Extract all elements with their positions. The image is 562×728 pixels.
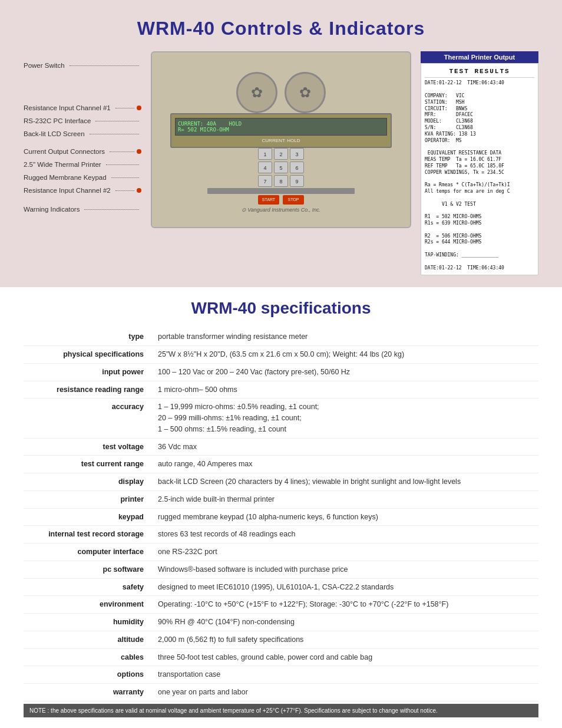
thermal-printer-label: Thermal Printer Output	[421, 51, 538, 63]
specs-label: humidity	[24, 614, 153, 631]
label-resistance-ch2: Resistance Input Channel #2	[24, 187, 141, 194]
specs-row: accuracy1 – 19,999 micro-ohms: ±0.5% rea…	[24, 398, 538, 438]
specs-label: resistance reading range	[24, 381, 153, 398]
specs-label: options	[24, 666, 153, 684]
specs-value: auto range, 40 Amperes max	[153, 456, 538, 473]
middle-panel: CURRENT: 40A HOLDR= 502 MICRO-OHM CURREN…	[170, 113, 392, 148]
specs-value: Operating: -10°C to +50°C (+15°F to +122…	[153, 596, 538, 614]
label-thermal-printer: 2.5" Wide Thermal Printer	[24, 161, 141, 168]
specs-row: safetydesigned to meet IEC61010 (1995), …	[24, 578, 538, 596]
dots	[95, 121, 139, 121]
key-3[interactable]: 3	[290, 148, 304, 160]
specs-value: back-lit LCD Screen (20 characters by 4 …	[153, 473, 538, 491]
page-title: WRM-40 Controls & Indicators	[24, 18, 538, 39]
label-text: Current Output Connectors	[24, 148, 105, 155]
key-2[interactable]: 2	[274, 148, 288, 160]
key-5[interactable]: 5	[274, 162, 288, 173]
specs-title-suffix: specifications	[256, 299, 371, 317]
specs-row: input power100 – 120 Vac or 200 – 240 Va…	[24, 363, 538, 381]
specs-label: cables	[24, 648, 153, 666]
keypad-grid: 1 2 3 4 5 6 7 8 9	[258, 148, 304, 187]
specs-row: internal test record storagestores 63 te…	[24, 526, 538, 543]
key-8[interactable]: 8	[274, 175, 288, 187]
controls-area: Power Switch Resistance Input Channel #1…	[24, 51, 538, 275]
specs-label: pc software	[24, 561, 153, 578]
specs-table: typeportable transformer winding resista…	[24, 328, 538, 701]
specs-label: physical specifications	[24, 346, 153, 364]
specs-row: test voltage36 Vdc max	[24, 438, 538, 456]
btn-start[interactable]: START	[258, 195, 279, 205]
specs-label: keypad	[24, 508, 153, 526]
specs-label: altitude	[24, 631, 153, 648]
fan-1: ✿	[236, 72, 277, 113]
specs-label: internal test record storage	[24, 526, 153, 543]
specs-value: 25"W x 8½"H x 20"D, (63.5 cm x 21.6 cm x…	[153, 346, 538, 364]
function-buttons: START STOP	[258, 195, 304, 205]
label-text: Rugged Membrane Keypad	[24, 174, 107, 181]
btn-stop[interactable]: STOP	[283, 195, 304, 205]
label-text: Power Switch	[24, 62, 65, 69]
dots	[110, 151, 134, 152]
dots	[106, 164, 139, 165]
dots	[115, 108, 134, 108]
dots	[84, 209, 139, 210]
specs-value: three 50-foot test cables, ground cable,…	[153, 648, 538, 666]
specs-value: 90% RH @ 40°C (104°F) non-condensing	[153, 614, 538, 631]
key-4[interactable]: 4	[258, 162, 272, 173]
specs-label: input power	[24, 363, 153, 381]
specs-row: altitude2,000 m (6,562 ft) to full safet…	[24, 631, 538, 648]
label-warning: Warning Indicators	[24, 206, 141, 213]
label-backlit-lcd: Back-lit LCD Screen	[24, 130, 141, 137]
specs-row: displayback-lit LCD Screen (20 character…	[24, 473, 538, 491]
specs-title-bold: WRM-40	[191, 299, 256, 317]
specs-row: test current rangeauto range, 40 Amperes…	[24, 456, 538, 473]
red-indicator	[137, 149, 141, 154]
specs-value: designed to meet IEC61010 (1995), UL6101…	[153, 578, 538, 596]
printer-slot	[207, 188, 355, 194]
label-text: Back-lit LCD Screen	[24, 130, 85, 137]
specs-label: computer interface	[24, 543, 153, 561]
specs-value: stores 63 test records of 48 readings ea…	[153, 526, 538, 543]
specs-label: test voltage	[24, 438, 153, 456]
label-text: RS-232C PC Interface	[24, 117, 91, 124]
specs-value: rugged membrane keypad (10 alpha-numeric…	[153, 508, 538, 526]
specs-label: test current range	[24, 456, 153, 473]
key-1[interactable]: 1	[258, 148, 272, 160]
specs-section: WRM-40 specifications typeportable trans…	[0, 287, 562, 728]
key-6[interactable]: 6	[290, 162, 304, 173]
specs-row: environmentOperating: -10°C to +50°C (+1…	[24, 596, 538, 614]
device-image: ✿ ✿ CURRENT: 40A HOLDR= 502 MICRO-OHM CU…	[151, 51, 411, 228]
red-indicator	[137, 106, 141, 110]
specs-row: computer interfaceone RS-232C port	[24, 543, 538, 561]
label-text: 2.5" Wide Thermal Printer	[24, 161, 101, 168]
dots	[115, 190, 134, 191]
key-9[interactable]: 9	[290, 175, 304, 187]
thermal-printer-box: Thermal Printer Output TEST RESULTS DATE…	[421, 51, 538, 275]
thermal-results-title: TEST RESULTS	[425, 67, 534, 78]
label-text: Resistance Input Channel #2	[24, 187, 111, 194]
label-rs232c: RS-232C PC Interface	[24, 117, 141, 124]
specs-row: keypadrugged membrane keypad (10 alpha-n…	[24, 508, 538, 526]
specs-title: WRM-40 specifications	[24, 299, 538, 318]
specs-label: accuracy	[24, 398, 153, 438]
specs-row: cablesthree 50-foot test cables, ground …	[24, 648, 538, 666]
specs-row: printer2.5-inch wide built-in thermal pr…	[24, 490, 538, 508]
specs-label: warranty	[24, 684, 153, 701]
specs-label: printer	[24, 490, 153, 508]
specs-label: safety	[24, 578, 153, 596]
specs-value: 2,000 m (6,562 ft) to full safety specif…	[153, 631, 538, 648]
thermal-text: DATE:01-22-12 TIME:06:43:40 COMPANY: VIC…	[425, 80, 534, 271]
specs-row: physical specifications25"W x 8½"H x 20"…	[24, 346, 538, 364]
key-7[interactable]: 7	[258, 175, 272, 187]
specs-label: display	[24, 473, 153, 491]
fan-2: ✿	[285, 72, 326, 113]
label-text: Warning Indicators	[24, 206, 80, 213]
specs-row: pc softwareWindows®-based software is in…	[24, 561, 538, 578]
label-power-switch: Power Switch	[24, 62, 141, 69]
specs-value: portable transformer winding resistance …	[153, 328, 538, 345]
specs-label: type	[24, 328, 153, 345]
thermal-content: TEST RESULTS DATE:01-22-12 TIME:06:43:40…	[421, 63, 538, 275]
specs-row: optionstransportation case	[24, 666, 538, 684]
specs-value: one year on parts and labor	[153, 684, 538, 701]
dots	[90, 134, 139, 134]
